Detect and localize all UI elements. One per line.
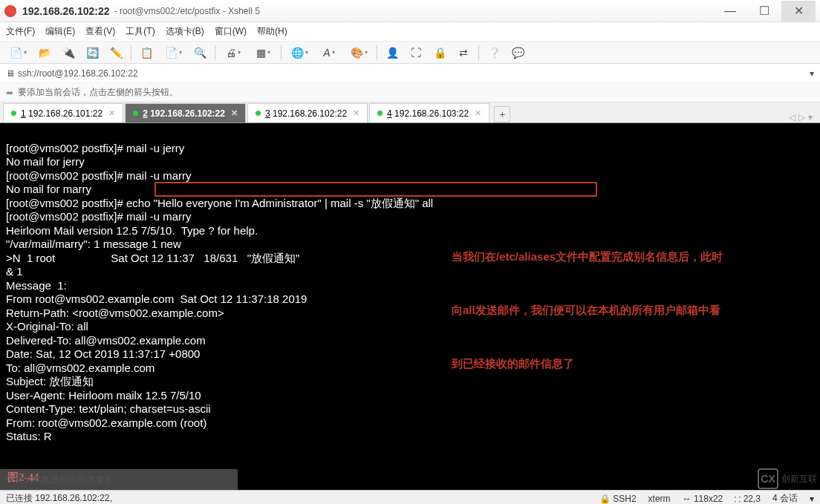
menu-tabs[interactable]: 选项卡(B) [166,25,204,38]
globe-icon[interactable]: 🌐▾ [286,44,313,62]
font-icon[interactable]: A▾ [316,44,342,62]
tab-4[interactable]: 4 192.168.26.103:22 ✕ [369,103,489,122]
address-bar: 🖥 ssh://root@192.168.26.102:22 ▾ [0,64,820,83]
status-dot-icon [133,111,138,116]
terminal-line: From: root@vms002.example.com (root) [6,416,814,431]
tab-next-icon[interactable]: ▷ [798,112,805,122]
tab-prev-icon[interactable]: ◁ [789,112,795,122]
terminal-line: [root@vms002 postfix]# echo "Hello every… [6,197,814,211]
minimize-button[interactable]: — [713,1,747,22]
overlay-hint: 仅将文本发送到当前选项卡 [0,469,238,490]
tab-nav: ◁ ▷ ▾ [789,112,817,122]
ssh-icon: 🖥 [6,68,15,79]
terminal-line: [root@vms002 postfix]# mail -u jerry [6,142,814,156]
tab-3[interactable]: 3 192.168.26.102:22 ✕ [247,103,368,122]
status-connection: 已连接 192.168.26.102:22。 [6,492,599,504]
status-menu-icon[interactable]: ▾ [810,494,814,504]
separator [131,45,131,60]
status-bar: 已连接 192.168.26.102:22。 🔒 SSH2 xterm ↔ 11… [0,490,820,504]
menu-window[interactable]: 窗口(W) [215,25,247,38]
status-dot-icon [377,111,383,116]
status-size: ↔ 118x22 [683,494,723,504]
layout-icon[interactable]: ▦▾ [250,44,276,62]
search-icon[interactable]: 🔍 [189,44,210,62]
separator [478,45,479,60]
user-icon[interactable]: 👤 [382,44,403,62]
arrow-icon[interactable]: ➦ [6,88,13,98]
title-subtitle: - root@vms002:/etc/postfix - Xshell 5 [114,6,260,16]
menu-help[interactable]: 帮助(H) [257,25,287,38]
tab-close-icon[interactable]: ✕ [108,108,115,118]
title-ip: 192.168.26.102:22 [22,5,110,17]
separator [215,45,215,60]
tab-2[interactable]: 2 192.168.26.102:22 ✕ [125,103,246,122]
terminal-line: User-Agent: Heirloom mailx 12.5 7/5/10 [6,389,814,403]
open-icon[interactable]: 📂 [34,44,55,62]
status-sessions: 4 会话 [772,492,798,504]
status-dot-icon [11,111,16,116]
status-ssh: 🔒 SSH2 [599,494,637,504]
print-icon[interactable]: 🖨▾ [220,44,247,62]
disconnect-icon[interactable]: 🔌 [58,44,79,62]
menu-edit[interactable]: 编辑(E) [45,25,75,38]
reconnect-icon[interactable]: 🔄 [82,44,102,62]
status-pos: ⸬ 22,3 [735,494,761,504]
status-term: xterm [648,494,671,504]
tab-menu-icon[interactable]: ▾ [808,112,813,122]
terminal-line: No mail for jerry [6,155,814,169]
terminal-line: Status: R [6,430,814,444]
new-session-icon[interactable]: 📄▾ [4,44,31,62]
paste-icon[interactable]: 📄▾ [160,44,186,62]
close-button[interactable]: ✕ [781,1,816,22]
chat-icon[interactable]: 💬 [507,44,528,62]
terminal-line: [root@vms002 postfix]# mail -u marry [6,169,814,183]
menu-file[interactable]: 文件(F) [6,25,35,38]
menu-bar: 文件(F) 编辑(E) 查看(V) 工具(T) 选项卡(B) 窗口(W) 帮助(… [0,22,820,42]
tab-bar: 1 192.168.26.101:22 ✕ 2 192.168.26.102:2… [0,102,820,123]
fullscreen-icon[interactable]: ⛶ [406,44,426,62]
separator [377,45,377,60]
terminal[interactable]: [root@vms002 postfix]# mail -u jerryNo m… [0,123,820,490]
status-dot-icon [256,111,261,116]
app-icon [4,5,16,17]
properties-icon[interactable]: ✏️ [105,44,126,62]
title-bar: 192.168.26.102:22 - root@vms002:/etc/pos… [0,0,820,22]
help-icon[interactable]: ❔ [484,44,504,62]
lock-icon[interactable]: 🔒 [429,44,450,62]
watermark-logo-icon: CX [758,468,778,489]
hint-text: 要添加当前会话，点击左侧的箭头按钮。 [18,86,178,99]
menu-tools[interactable]: 工具(T) [126,25,154,38]
watermark: CX 创新互联 [758,468,817,489]
palette-icon[interactable]: 🎨▾ [345,44,372,62]
hint-bar: ➦ 要添加当前会话，点击左侧的箭头按钮。 [0,83,820,102]
highlight-box [154,182,597,197]
new-tab-button[interactable]: + [494,106,510,122]
copy-icon[interactable]: 📋 [136,44,157,62]
menu-view[interactable]: 查看(V) [85,25,115,38]
swap-icon[interactable]: ⇄ [453,44,474,62]
tab-close-icon[interactable]: ✕ [231,108,238,118]
address-url[interactable]: ssh://root@192.168.26.102:22 [18,68,138,79]
maximize-button[interactable]: ☐ [747,1,781,22]
terminal-line: Content-Type: text/plain; charset=us-asc… [6,402,814,416]
tab-1[interactable]: 1 192.168.26.101:22 ✕ [3,103,123,122]
address-dropdown-icon[interactable]: ▾ [810,68,814,79]
tab-close-icon[interactable]: ✕ [475,108,481,118]
tab-close-icon[interactable]: ✕ [353,108,359,118]
toolbar: 📄▾ 📂 🔌 🔄 ✏️ 📋 📄▾ 🔍 🖨▾ ▦▾ 🌐▾ A▾ 🎨▾ 👤 ⛶ 🔒 … [0,42,820,64]
separator [281,45,282,60]
annotation: 当我们在/etc/aliases文件中配置完成别名信息后，此时 向all发送邮件… [452,212,723,390]
